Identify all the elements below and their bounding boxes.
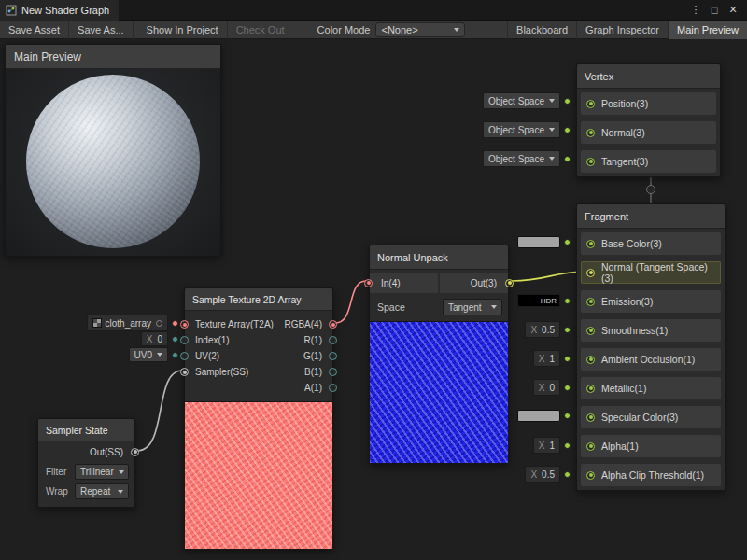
rgba-output-row[interactable]: RGBA(4) [284, 316, 332, 332]
index-port[interactable] [180, 336, 189, 344]
wire-samplerstate-to-sampler[interactable] [137, 371, 182, 451]
normal-unpack-node[interactable]: Normal Unpack In(4) Out(3) Space Tangent [369, 245, 509, 464]
a-port[interactable] [329, 384, 337, 392]
main-preview-header[interactable]: Main Preview [6, 45, 220, 69]
metallic-field[interactable]: X 0 [533, 379, 560, 396]
normal-port[interactable] [586, 129, 595, 137]
vertex-row-position[interactable]: Position(3) [581, 92, 716, 115]
metallic-port[interactable] [586, 385, 595, 393]
ambient-occlusion-field[interactable]: X 1 [533, 350, 560, 367]
position-port[interactable] [586, 100, 595, 108]
a-output-row[interactable]: A(1) [284, 380, 332, 396]
index-input-row[interactable]: Index(1) [185, 332, 274, 348]
window-title: New Shader Graph [21, 5, 109, 16]
normal-space-dropdown[interactable]: Object Space [483, 121, 560, 138]
alpha-port[interactable] [586, 442, 595, 451]
b-output-row[interactable]: B(1) [284, 364, 332, 380]
smoothness-port[interactable] [586, 327, 595, 335]
sampler-state-out-row[interactable]: Out(SS) [38, 441, 134, 462]
sampler-port[interactable] [180, 368, 189, 376]
normal-unpack-out-port[interactable] [505, 279, 514, 287]
blackboard-toggle[interactable]: Blackboard [507, 21, 576, 39]
main-preview-panel[interactable]: Main Preview [5, 44, 221, 257]
save-asset-button[interactable]: Save Asset [0, 21, 69, 39]
vertex-row-normal[interactable]: Normal(3) [581, 121, 716, 144]
emission-hdr-field[interactable]: HDR [517, 294, 560, 307]
normal-unpack-header[interactable]: Normal Unpack [370, 245, 508, 270]
color-mode-dropdown[interactable]: <None> [375, 22, 465, 37]
graph-inspector-toggle[interactable]: Graph Inspector [576, 21, 668, 39]
vertex-node[interactable]: Vertex Position(3) Normal(3) Tangent(3) [576, 63, 721, 177]
show-in-project-button[interactable]: Show In Project [138, 21, 228, 39]
vertex-node-header[interactable]: Vertex [577, 64, 720, 89]
sampler-state-header[interactable]: Sampler State [38, 419, 134, 441]
normal-unpack-in-row[interactable]: In(4) [370, 273, 438, 293]
fragment-row-ambient-occlusion[interactable]: Ambient Occlusion(1) [581, 348, 721, 371]
alpha-field[interactable]: X 1 [533, 437, 560, 454]
normal-unpack-out-row[interactable]: Out(3) [440, 273, 508, 293]
texture-array-field-value: cloth_array [106, 318, 151, 329]
object-picker-icon[interactable] [156, 320, 162, 327]
fragment-normal-port[interactable] [586, 269, 595, 277]
uv-input-row[interactable]: UV(2) [185, 348, 274, 364]
fragment-row-base-color[interactable]: Base Color(3) [581, 232, 721, 255]
position-space-dropdown[interactable]: Object Space [483, 92, 560, 109]
texture-array-port[interactable] [180, 320, 189, 329]
fragment-row-emission[interactable]: Emission(3) [581, 290, 721, 313]
rgba-port[interactable] [329, 320, 337, 329]
r-port[interactable] [329, 336, 337, 344]
fragment-row-normal[interactable]: Normal (Tangent Space)(3) [581, 261, 721, 284]
base-color-swatch[interactable] [517, 236, 560, 248]
tangent-port[interactable] [586, 158, 595, 166]
b-port[interactable] [329, 368, 337, 376]
index-widget: X 0 [141, 331, 178, 346]
fragment-node-header[interactable]: Fragment [577, 204, 725, 229]
wire-rgba-to-normalunpack-in[interactable] [335, 281, 366, 323]
sampler-state-node[interactable]: Sampler State Out(SS) Filter Trilinear W… [37, 418, 135, 508]
emission-port[interactable] [586, 298, 595, 306]
fragment-row-smoothness[interactable]: Smoothness(1) [581, 319, 721, 342]
index-field[interactable]: X 0 [141, 331, 168, 346]
maximize-icon[interactable]: □ [706, 2, 723, 19]
texture-array-input-row[interactable]: Texture Array(T2A) [185, 316, 274, 332]
menu-icon[interactable]: ⋮ [687, 2, 704, 19]
specular-color-port[interactable] [586, 413, 595, 422]
port-nub [172, 320, 178, 327]
ambient-occlusion-port[interactable] [586, 356, 595, 364]
tangent-space-dropdown[interactable]: Object Space [483, 150, 560, 167]
fragment-row-alpha-clip-threshold[interactable]: Alpha Clip Threshold(1) [581, 464, 721, 486]
g-output-row[interactable]: G(1) [284, 348, 332, 364]
wire-normalunpack-out-to-fragment-normal[interactable] [512, 272, 586, 281]
fragment-row-metallic[interactable]: Metallic(1) [581, 377, 721, 399]
fragment-row-specular-color[interactable]: Specular Color(3) [581, 406, 721, 428]
sample-texture-2d-array-node[interactable]: Sample Texture 2D Array Texture Array(T2… [184, 287, 333, 550]
fragment-row-alpha[interactable]: Alpha(1) [581, 435, 721, 457]
specular-color-swatch[interactable] [517, 410, 560, 422]
wrap-dropdown[interactable]: Repeat [75, 483, 129, 499]
r-output-row[interactable]: R(1) [284, 332, 332, 348]
uv-port[interactable] [180, 352, 189, 360]
fragment-node[interactable]: Fragment Base Color(3) Normal (Tangent S… [576, 203, 726, 491]
port-nub [564, 442, 571, 449]
save-as-button[interactable]: Save As... [69, 21, 134, 39]
vertex-row-tangent[interactable]: Tangent(3) [581, 150, 716, 173]
smoothness-field[interactable]: X 0.5 [525, 321, 560, 338]
shader-graph-tab[interactable]: New Shader Graph [0, 0, 119, 21]
space-dropdown[interactable]: Tangent [443, 299, 502, 315]
base-color-port[interactable] [586, 240, 595, 248]
sampler-input-row[interactable]: Sampler(SS) [185, 364, 274, 380]
close-icon[interactable]: ✕ [725, 2, 741, 19]
sampler-state-out-port[interactable] [131, 448, 139, 456]
texture-array-object-field[interactable]: cloth_array [87, 315, 168, 331]
uv-channel-dropdown[interactable]: UV0 [129, 347, 168, 362]
graph-canvas[interactable]: Main Preview Vertex Position(3) Normal(3… [0, 39, 747, 560]
filter-dropdown[interactable]: Trilinear [75, 464, 129, 480]
g-label: G(1) [303, 351, 322, 361]
g-port[interactable] [329, 352, 337, 360]
sample-node-header[interactable]: Sample Texture 2D Array [185, 288, 332, 311]
alpha-clip-threshold-field[interactable]: X 0.5 [525, 466, 560, 483]
alpha-clip-threshold-port[interactable] [586, 471, 595, 480]
main-preview-toggle[interactable]: Main Preview [668, 21, 747, 39]
normal-space-widget: Object Space [483, 121, 571, 138]
normal-unpack-in-port[interactable] [364, 279, 373, 287]
